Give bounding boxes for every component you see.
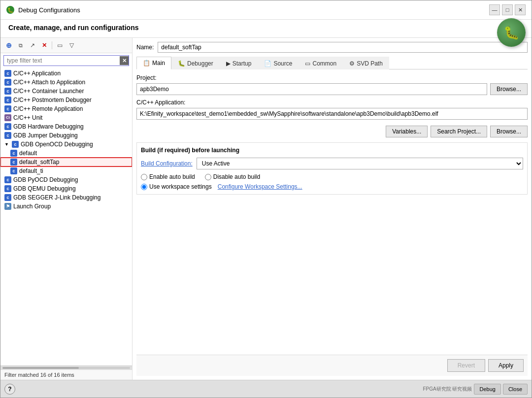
revert-button[interactable]: Revert	[447, 359, 485, 372]
tree-item-cpp-unit[interactable]: Ci C/C++ Unit	[0, 113, 132, 122]
title-bar-left: 🐛 Debug Configurations	[6, 6, 80, 14]
tree-item-default[interactable]: c default	[0, 149, 132, 158]
enable-auto-build-radio[interactable]	[141, 174, 147, 180]
tree-list: c C/C++ Application c C/C++ Attach to Ap…	[0, 68, 132, 365]
window-title: Debug Configurations	[18, 6, 80, 14]
common-tab-label: Common	[312, 60, 336, 67]
cpp-unit-label: C/C++ Unit	[13, 114, 42, 121]
tree-item-launch-group[interactable]: ⚑ Launch Group	[0, 202, 132, 211]
tree-item-cpp-postmortem[interactable]: c C/C++ Postmortem Debugger	[0, 96, 132, 104]
default-softtap-label: default_softTap	[19, 159, 59, 166]
build-config-label[interactable]: Build Configuration:	[141, 160, 193, 167]
app-icon: 🐛	[6, 6, 14, 14]
cpp-remote-label: C/C++ Remote Application	[13, 105, 83, 112]
config-tabs: 📋 Main 🐛 Debugger ▶ Startup 📄 Source ▭	[136, 57, 528, 69]
filter-clear-button[interactable]: ✕	[120, 56, 129, 65]
tree-item-cpp-app[interactable]: c C/C++ Application	[0, 69, 132, 78]
tree-item-default-softtap[interactable]: c default_softTap	[0, 158, 132, 166]
new-config-button[interactable]: ⊕	[3, 40, 14, 51]
configure-workspace-link[interactable]: Configure Workspace Settings...	[218, 183, 302, 190]
cpp-unit-badge: Ci	[4, 114, 11, 121]
tree-item-gdb-openocd-group[interactable]: ▼ c GDB OpenOCD Debugging	[0, 140, 132, 149]
tree-item-gdb-hardware[interactable]: c GDB Hardware Debugging	[0, 122, 132, 131]
duplicate-button[interactable]: ⧉	[15, 40, 26, 51]
filter-input[interactable]	[4, 56, 120, 66]
tab-svd-path[interactable]: ⚙ SVD Path	[343, 57, 389, 69]
maximize-button[interactable]: □	[502, 4, 513, 15]
use-workspace-label: Use workspace settings	[149, 183, 212, 190]
config-toolbar: ⊕ ⧉ ↗ ✕ ▭ ▽	[0, 38, 132, 53]
svd-tab-icon: ⚙	[349, 60, 355, 67]
minimize-button[interactable]: —	[489, 4, 500, 15]
cpp-app-field-group: C/C++ Application:	[136, 99, 528, 123]
cpp-app-browse-button[interactable]: Browse...	[490, 126, 528, 137]
cpp-attach-label: C/C++ Attach to Application	[13, 79, 85, 86]
tree-item-gdb-qemu[interactable]: c GDB QEMU Debugging	[0, 184, 132, 193]
h-scrollbar-thumb	[2, 367, 79, 369]
cpp-app-form-label: C/C++ Application:	[136, 99, 528, 106]
window-controls: — □ ✕	[489, 4, 526, 15]
export-button[interactable]: ↗	[27, 40, 38, 51]
cpp-app-path-input[interactable]	[136, 108, 528, 120]
collapse-button[interactable]: ▭	[54, 40, 65, 51]
gdb-qemu-badge: c	[4, 185, 11, 192]
build-section: Build (if required) before launching Bui…	[136, 142, 528, 195]
debug-button[interactable]: Debug	[474, 384, 500, 395]
apply-button[interactable]: Apply	[488, 359, 524, 372]
subtitle-bar: Create, manage, and run configurations	[0, 20, 532, 38]
tree-item-cpp-container[interactable]: c C/C++ Container Launcher	[0, 87, 132, 96]
build-config-select[interactable]: Use Active Select Automatically Disable …	[197, 158, 523, 169]
name-input[interactable]	[158, 42, 528, 53]
tab-startup[interactable]: ▶ Startup	[220, 57, 258, 69]
cpp-postmortem-label: C/C++ Postmortem Debugger	[13, 97, 92, 103]
right-panel: Name: 📋 Main 🐛 Debugger ▶ Startup	[133, 38, 532, 380]
toolbar-separator	[52, 41, 52, 49]
default-ti-badge: c	[10, 167, 17, 174]
main-tab-label: Main	[152, 60, 165, 66]
search-project-button[interactable]: Search Project...	[431, 126, 487, 137]
use-workspace-radio[interactable]	[141, 184, 147, 190]
disable-auto-build-radio[interactable]	[205, 174, 211, 180]
tab-main[interactable]: 📋 Main	[136, 57, 171, 69]
filter-toggle-button[interactable]: ▽	[66, 40, 77, 51]
delete-button[interactable]: ✕	[39, 40, 50, 51]
help-button[interactable]: ?	[4, 384, 15, 395]
tree-item-gdb-jumper[interactable]: c GDB Jumper Debugging	[0, 131, 132, 140]
tab-debugger[interactable]: 🐛 Debugger	[171, 57, 220, 69]
variables-button[interactable]: Variables...	[386, 126, 428, 137]
openocd-expand-arrow: ▼	[4, 142, 9, 147]
enable-auto-build-group: Enable auto build	[141, 173, 195, 180]
gdb-segger-label: GDB SEGGER J-Link Debugging	[13, 194, 100, 201]
startup-tab-icon: ▶	[226, 60, 231, 67]
cpp-remote-badge: c	[4, 105, 11, 112]
filter-box: ✕	[3, 55, 129, 66]
tree-item-default-ti[interactable]: c default_ti	[0, 166, 132, 175]
project-input[interactable]	[136, 83, 487, 95]
form-section: Project: Browse... C/C++ Application: Va…	[136, 74, 528, 355]
cpp-container-label: C/C++ Container Launcher	[13, 88, 84, 95]
project-browse-button[interactable]: Browse...	[490, 83, 528, 95]
workspace-row: Use workspace settings Configure Workspa…	[141, 183, 523, 190]
gdb-segger-badge: c	[4, 194, 11, 201]
cpp-app-label: C/C++ Application	[13, 70, 61, 77]
tree-item-cpp-remote[interactable]: c C/C++ Remote Application	[0, 104, 132, 113]
enable-auto-build-label: Enable auto build	[149, 173, 195, 180]
tree-item-cpp-attach[interactable]: c C/C++ Attach to Application	[0, 78, 132, 87]
gdb-pyocd-label: GDB PyOCD Debugging	[13, 176, 78, 183]
left-panel: ⊕ ⧉ ↗ ✕ ▭ ▽ ✕ c C/C++ Application	[0, 38, 133, 380]
launch-group-badge: ⚑	[4, 203, 11, 210]
close-button[interactable]: ✕	[515, 4, 526, 15]
project-field-group: Project: Browse...	[136, 74, 528, 95]
debugger-tab-icon: 🐛	[178, 60, 185, 67]
startup-tab-label: Startup	[233, 60, 252, 67]
taskbar: ? FPGA研究院 研究视频 Debug Close	[0, 380, 532, 398]
tab-source[interactable]: 📄 Source	[258, 57, 299, 69]
debugger-tab-label: Debugger	[187, 60, 213, 67]
watermark-text: FPGA研究院 研究视频	[423, 386, 472, 393]
close-dialog-button[interactable]: Close	[503, 384, 528, 395]
h-scrollbar[interactable]	[2, 367, 130, 369]
gdb-openocd-badge: c	[12, 141, 19, 148]
tree-item-gdb-segger[interactable]: c GDB SEGGER J-Link Debugging	[0, 193, 132, 202]
tab-common[interactable]: ▭ Common	[299, 57, 343, 69]
tree-item-gdb-pyocd[interactable]: c GDB PyOCD Debugging	[0, 175, 132, 184]
